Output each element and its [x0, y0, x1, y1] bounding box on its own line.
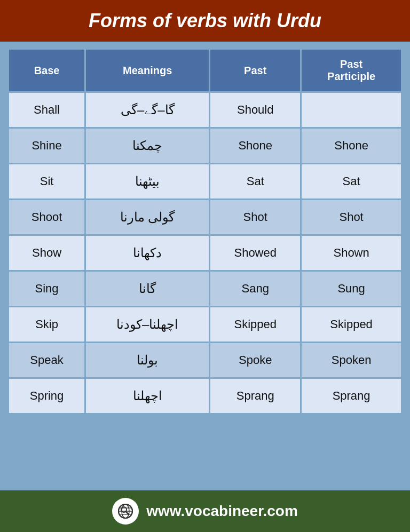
table-row: Skipاچھلنا–کودناSkippedSkipped: [9, 307, 401, 342]
meanings-cell: گانا: [86, 272, 209, 306]
base-cell: Sit: [9, 164, 84, 198]
page-title: Forms of verbs with Urdu: [11, 10, 399, 32]
base-cell: Speak: [9, 343, 84, 377]
past-participle-cell: Sung: [302, 272, 401, 306]
table-row: ShineچمکناShoneShone: [9, 129, 401, 163]
base-cell: Show: [9, 236, 84, 270]
svg-line-7: [126, 512, 129, 514]
past-participle-cell: Shot: [302, 200, 401, 234]
past-cell: Shot: [210, 200, 300, 234]
base-cell: Sing: [9, 272, 84, 306]
footer-url: www.vocabineer.com: [146, 503, 298, 520]
table-row: SingگاناSangSung: [9, 272, 401, 306]
table-row: Shallگا–گے–گیShould: [9, 93, 401, 127]
base-cell: Shine: [9, 129, 84, 163]
base-cell: Skip: [9, 307, 84, 342]
past-cell: Spoke: [210, 343, 300, 377]
past-participle-cell: [302, 93, 401, 127]
header-past: Past: [210, 50, 300, 91]
past-cell: Skipped: [210, 307, 300, 342]
meanings-cell: بولنا: [86, 343, 209, 377]
past-participle-cell: Shown: [302, 236, 401, 270]
meanings-cell: بیٹھنا: [86, 164, 209, 198]
www-icon: [112, 498, 139, 525]
table-row: SpeakبولناSpokeSpoken: [9, 343, 401, 377]
base-cell: Spring: [9, 379, 84, 413]
past-participle-cell: Shone: [302, 129, 401, 163]
past-cell: Should: [210, 93, 300, 127]
past-cell: Shone: [210, 129, 300, 163]
table-header-row: Base Meanings Past PastParticiple: [9, 50, 401, 91]
past-participle-cell: Spoken: [302, 343, 401, 377]
meanings-cell: اچھلنا–کودنا: [86, 307, 209, 342]
meanings-cell: دکھانا: [86, 236, 209, 270]
meanings-cell: گا–گے–گی: [86, 93, 209, 127]
past-participle-cell: Skipped: [302, 307, 401, 342]
table-row: ShowدکھاناShowedShown: [9, 236, 401, 270]
past-cell: Sprang: [210, 379, 300, 413]
footer: www.vocabineer.com: [0, 490, 410, 532]
table-row: SitبیٹھناSatSat: [9, 164, 401, 198]
base-cell: Shoot: [9, 200, 84, 234]
table-container: Base Meanings Past PastParticiple Shallگ…: [0, 42, 410, 490]
table-row: SpringاچھلناSprangSprang: [9, 379, 401, 413]
title-bar: Forms of verbs with Urdu: [0, 0, 410, 42]
past-cell: Showed: [210, 236, 300, 270]
globe-icon: [117, 503, 134, 520]
past-cell: Sat: [210, 164, 300, 198]
base-cell: Shall: [9, 93, 84, 127]
meanings-cell: گولی مارنا: [86, 200, 209, 234]
meanings-cell: اچھلنا: [86, 379, 209, 413]
verb-table: Base Meanings Past PastParticiple Shallگ…: [7, 48, 403, 415]
past-cell: Sang: [210, 272, 300, 306]
header-meanings: Meanings: [86, 50, 209, 91]
past-participle-cell: Sat: [302, 164, 401, 198]
header-past-participle: PastParticiple: [302, 50, 401, 91]
past-participle-cell: Sprang: [302, 379, 401, 413]
meanings-cell: چمکنا: [86, 129, 209, 163]
table-row: Shootگولی مارناShotShot: [9, 200, 401, 234]
header-base: Base: [9, 50, 84, 91]
